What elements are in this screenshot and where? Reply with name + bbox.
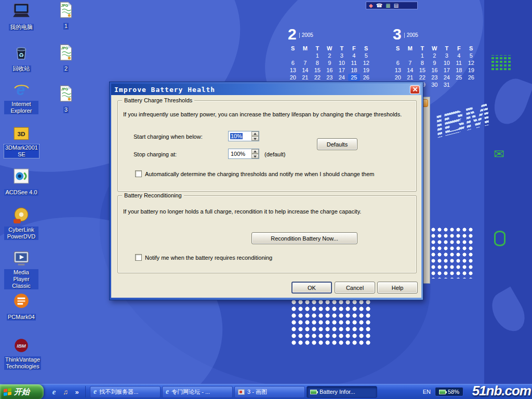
desktop-icon-acdsee[interactable]: ACDSee 4.0 (4, 167, 38, 196)
spinner-down-button[interactable] (251, 136, 259, 141)
start-charging-label: Start charging when below: (134, 134, 203, 140)
calendar-day: 26 (465, 74, 477, 81)
spinner-buttons (251, 149, 259, 158)
calendar-day: 19 (360, 66, 373, 74)
help-button[interactable]: Help (377, 282, 418, 294)
desktop-icon-3dmark[interactable]: 3D3DMark2001 SE (4, 125, 38, 158)
spinner-down-button[interactable] (251, 154, 259, 158)
taskbar-task-button[interactable]: 专门网论坛 - ... (162, 386, 233, 398)
quick-launch-chevron-icon[interactable] (73, 387, 81, 396)
calendar-day: 4 (348, 52, 361, 59)
calendar-day-header: S (360, 45, 373, 52)
grid-icon[interactable]: ▦ (385, 2, 390, 9)
svg-text:JPG: JPG (61, 4, 68, 7)
calendar-day: 26 (360, 74, 373, 81)
spinner-up-button[interactable] (251, 149, 259, 154)
calendar-day-header: F (348, 45, 361, 52)
calendar-day: 13 (287, 66, 299, 74)
calendar-day: 2 (324, 52, 336, 59)
desktop-icon-ie[interactable]: eInternet Explorer (4, 81, 38, 115)
group-title-thresholds: Battery Charge Thresholds (122, 97, 194, 103)
phone-icon[interactable]: ☎ (376, 2, 382, 9)
jpg-icon: JPG (57, 85, 75, 102)
desktop-icon-label: 1 (63, 23, 69, 30)
taskbar-task-button[interactable]: 3 - 画图 (234, 386, 305, 398)
calendar-day (404, 52, 417, 59)
diamond-icon[interactable]: ◆ (369, 2, 373, 9)
desktop-mini-toolbar[interactable]: ◆☎▦▤ (366, 2, 418, 9)
calendar-day-header: S (392, 45, 404, 52)
desktop-icon-label: Internet Explorer (4, 101, 38, 114)
dialog-title: Improve Battery Health (114, 86, 215, 94)
calendar-day: 13 (392, 66, 404, 74)
taskbar-task-button[interactable]: Battery Infor... (307, 386, 377, 398)
calendar-day: 25 (453, 74, 466, 81)
ie-icon (166, 388, 169, 396)
envelope-icon (494, 148, 504, 161)
language-indicator[interactable]: EN (423, 389, 431, 395)
cancel-button[interactable]: Cancel (335, 282, 375, 294)
calendar-day: 9 (429, 59, 441, 66)
calendar-month-number: 3 (393, 27, 402, 42)
ok-button[interactable]: OK (291, 282, 332, 294)
dot-grid-decoration (291, 300, 370, 347)
calendar-year: 2005 (404, 33, 418, 38)
calendar-day-header: M (299, 45, 312, 52)
desktop-icon-jpg[interactable]: JPG3 (49, 85, 83, 114)
calendar-day: 24 (441, 74, 453, 81)
calendar-day: 9 (324, 59, 336, 66)
calendar-day-header: T (416, 45, 429, 52)
desktop-icon-jpg[interactable]: JPG1 (49, 1, 83, 30)
desktop-icon-my-computer[interactable]: 我的电脑 (4, 2, 38, 31)
recondition-battery-button[interactable]: Recondition Battery Now... (251, 232, 357, 244)
acdsee-icon (12, 167, 30, 185)
quick-launch-ie-icon[interactable] (50, 387, 58, 396)
ie-icon (94, 388, 97, 396)
thresholds-description: If you infrequently use battery power, y… (123, 111, 414, 117)
stop-threshold-input[interactable]: 100% (228, 149, 259, 159)
task-button-label: Battery Infor... (320, 389, 355, 395)
pcmark-icon (12, 292, 30, 310)
calendar-day: 15 (416, 66, 429, 74)
task-button-label: 专门网论坛 - ... (171, 388, 210, 396)
calendar-day: 24 (336, 74, 348, 81)
calendar-day: 12 (465, 59, 477, 66)
battery-indicator[interactable]: 58% (435, 387, 463, 396)
calendar-day: 7 (404, 59, 417, 66)
list-icon[interactable]: ▤ (394, 2, 398, 9)
battery-percent: 58% (448, 389, 459, 395)
svg-text:♻: ♻ (19, 51, 24, 58)
desktop-icon-powerdvd[interactable]: CyberLink PowerDVD (4, 207, 38, 241)
desktop-icon-label: 我的电脑 (9, 24, 34, 31)
recycle-bin-icon: ♻ (12, 44, 30, 61)
reconditioning-description: If your battery no longer holds a full c… (123, 208, 414, 215)
dialog-titlebar[interactable]: Improve Battery Health (111, 84, 421, 95)
calendar-day (392, 52, 404, 59)
calendar-day-header: S (287, 45, 299, 52)
battery-icon (439, 390, 446, 394)
quick-launch-media-icon[interactable] (61, 387, 70, 396)
calendar-day-header: W (429, 45, 441, 52)
desktop-icon-thinkvantage[interactable]: IBMThinkVantage Technologies (4, 337, 38, 370)
calendar-day: 18 (453, 66, 466, 74)
mpc-icon (12, 249, 30, 267)
close-x-icon (413, 87, 418, 92)
desktop-icon-pcmark[interactable]: PCMark04 (4, 292, 38, 321)
group-title-reconditioning: Battery Reconditioning (122, 192, 184, 198)
defaults-button[interactable]: Defaults (317, 138, 357, 150)
taskbar-task-button[interactable]: 找不到服务器... (90, 386, 161, 398)
calendar-day: 23 (324, 74, 336, 81)
desktop-icon-recycle-bin[interactable]: ♻回收站 (4, 44, 38, 73)
spinner-up-button[interactable] (251, 131, 259, 136)
desktop-icon-jpg[interactable]: JPG2 (49, 44, 83, 73)
notify-reconditioning-checkbox[interactable] (135, 254, 142, 261)
jpg-icon: JPG (57, 1, 75, 19)
start-button[interactable]: 开始 (0, 384, 44, 399)
calendar-day: 1 (311, 52, 324, 59)
start-threshold-input[interactable]: 10% (228, 131, 259, 141)
close-button[interactable] (410, 85, 420, 94)
calendar-day (287, 52, 299, 59)
desktop-icon-mpc[interactable]: Media Player Classic (4, 249, 38, 290)
calendar-day: 2 (429, 52, 441, 59)
auto-determine-checkbox[interactable] (135, 170, 142, 177)
